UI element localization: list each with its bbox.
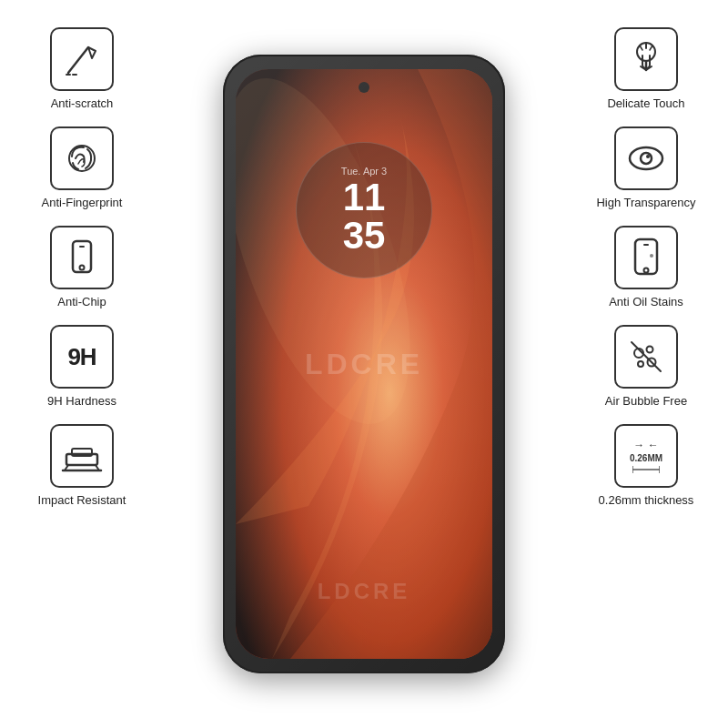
- svg-line-20: [650, 46, 652, 50]
- svg-point-25: [644, 268, 649, 273]
- anti-chip-label: Anti-Chip: [57, 295, 106, 308]
- anti-scratch-label: Anti-scratch: [51, 96, 114, 110]
- 9h-text: 9H: [67, 343, 96, 371]
- delicate-touch-icon-box: [614, 27, 678, 91]
- clock-widget: Tue. Apr 3 11 35: [296, 142, 432, 278]
- feature-high-transparency: High Transparency: [596, 126, 695, 209]
- thickness-value: 0.26MM: [630, 453, 662, 463]
- feature-anti-scratch: Anti-scratch: [50, 27, 114, 110]
- svg-point-5: [80, 266, 85, 270]
- delicate-touch-label: Delicate Touch: [607, 96, 684, 110]
- features-left-column: Anti-scratch Anti-Fingerprint: [9, 27, 155, 507]
- svg-line-0: [68, 47, 88, 73]
- feature-thickness: → ← 0.26MM 0.26mm thickness: [599, 424, 694, 507]
- feature-impact-resistant: Impact Resistant: [38, 424, 126, 507]
- feature-anti-oil-stains: Anti Oil Stains: [609, 226, 683, 308]
- thickness-icon-box: → ← 0.26MM: [614, 424, 678, 488]
- features-right-column: Delicate Touch High Transparency: [573, 27, 719, 507]
- svg-point-30: [646, 347, 652, 353]
- thickness-arrows: → ←: [633, 439, 658, 451]
- phone-mockup: LDCRE Tue. Apr 3 11 35 LDCRE: [223, 55, 505, 673]
- anti-fingerprint-label: Anti-Fingerprint: [42, 196, 123, 209]
- phone-screen: LDCRE Tue. Apr 3 11 35 LDCRE: [236, 69, 492, 659]
- high-transparency-label: High Transparency: [596, 196, 695, 209]
- 9h-hardness-label: 9H Hardness: [47, 394, 116, 408]
- svg-line-19: [640, 46, 642, 50]
- impact-resistant-icon-box: [50, 424, 114, 488]
- svg-point-27: [650, 254, 653, 258]
- feature-delicate-touch: Delicate Touch: [607, 27, 684, 110]
- camera-hole: [359, 82, 369, 93]
- anti-fingerprint-icon-box: [50, 126, 114, 190]
- main-container: Anti-scratch Anti-Fingerprint: [0, 0, 728, 728]
- svg-point-23: [646, 155, 650, 158]
- air-bubble-free-label: Air Bubble Free: [605, 394, 687, 408]
- anti-oil-stains-label: Anti Oil Stains: [609, 295, 683, 308]
- svg-point-32: [638, 361, 643, 367]
- feature-anti-fingerprint: Anti-Fingerprint: [42, 126, 123, 209]
- air-bubble-free-icon-box: [614, 325, 678, 389]
- feature-9h-hardness: 9H 9H Hardness: [47, 325, 116, 408]
- thickness-inner: → ← 0.26MM: [630, 439, 662, 474]
- anti-oil-stains-icon-box: [614, 226, 678, 289]
- 9h-hardness-icon-box: 9H: [50, 325, 114, 389]
- impact-resistant-label: Impact Resistant: [38, 493, 126, 507]
- clock-hour: 11: [343, 178, 386, 217]
- feature-air-bubble-free: Air Bubble Free: [605, 325, 687, 408]
- svg-point-21: [630, 147, 662, 169]
- thickness-label: 0.26mm thickness: [599, 493, 694, 507]
- phone-outer-frame: LDCRE Tue. Apr 3 11 35 LDCRE: [223, 55, 505, 673]
- svg-marker-1: [88, 47, 96, 58]
- svg-point-22: [641, 153, 652, 164]
- screen-background: LDCRE Tue. Apr 3 11 35 LDCRE: [236, 69, 492, 659]
- anti-chip-icon-box: [50, 226, 114, 289]
- anti-scratch-icon-box: [50, 27, 114, 91]
- high-transparency-icon-box: [614, 126, 678, 190]
- clock-min: 35: [343, 217, 386, 255]
- clock-time: 11 35: [343, 178, 386, 255]
- feature-anti-chip: Anti-Chip: [50, 226, 114, 308]
